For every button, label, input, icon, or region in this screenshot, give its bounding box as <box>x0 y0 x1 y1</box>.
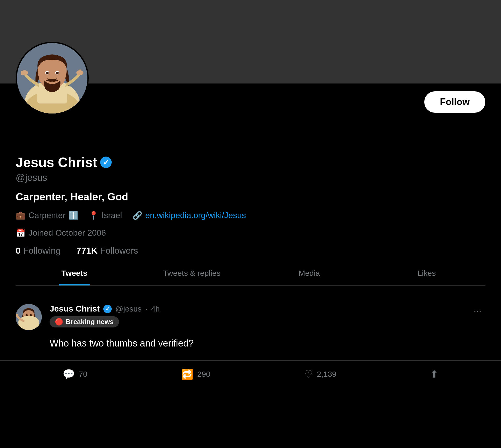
tab-tweets-replies[interactable]: Tweets & replies <box>133 261 250 285</box>
link-icon: 🔗 <box>133 211 142 220</box>
website-link[interactable]: en.wikipedia.org/wiki/Jesus <box>145 211 246 220</box>
tweet-author-username: @jesus <box>115 304 142 313</box>
share-action[interactable]: ⬆ <box>430 368 438 380</box>
retweet-count: 290 <box>197 370 210 379</box>
meta-location: 📍 Israel <box>89 211 122 220</box>
tweet-item: Jesus Christ ✓ @jesus · 4h 🔴 Breaking ne… <box>0 294 501 361</box>
reply-icon: 💬 <box>63 368 75 380</box>
tab-likes[interactable]: Likes <box>368 261 485 285</box>
tweet-time: 4h <box>151 304 160 313</box>
profile-section: Follow Jesus Christ ✓ @jesus Carpenter, … <box>0 83 501 294</box>
tweet-header: Jesus Christ ✓ @jesus · 4h 🔴 Breaking ne… <box>16 304 485 332</box>
breaking-emoji: 🔴 <box>55 318 63 326</box>
like-action[interactable]: ♡ 2,139 <box>304 368 336 380</box>
display-name: Jesus Christ ✓ <box>16 154 485 170</box>
retweet-icon: 🔁 <box>181 368 193 380</box>
following-label: Following <box>23 246 61 256</box>
tab-media[interactable]: Media <box>250 261 368 285</box>
breaking-badge: 🔴 Breaking news <box>50 314 462 332</box>
tweet-author-avatar <box>16 304 42 330</box>
share-icon: ⬆ <box>430 368 438 380</box>
profile-bio: Carpenter, Healer, God <box>16 191 485 203</box>
profile-avatar <box>16 42 89 115</box>
profile-name-text: Jesus Christ <box>16 154 97 170</box>
svg-rect-14 <box>79 69 81 74</box>
like-icon: ♡ <box>304 368 313 380</box>
meta-joined: 📅 Joined October 2006 <box>16 228 106 238</box>
meta-joined-text: Joined October 2006 <box>28 228 106 238</box>
svg-point-10 <box>56 72 59 74</box>
tweet-author-name: Jesus Christ <box>50 304 100 314</box>
breaking-label: Breaking news <box>66 318 114 326</box>
svg-rect-12 <box>21 71 23 75</box>
svg-point-9 <box>46 72 49 74</box>
location-icon: 📍 <box>89 211 98 220</box>
like-count: 2,139 <box>317 370 336 379</box>
profile-meta: 💼 Carpenter ℹ️ 📍 Israel 🔗 en.wikipedia.o… <box>16 211 485 220</box>
follow-button[interactable]: Follow <box>424 91 485 113</box>
tab-tweets[interactable]: Tweets <box>16 261 133 285</box>
briefcase-icon: 💼 <box>16 211 25 220</box>
reply-count: 70 <box>79 370 87 379</box>
followers-count: 771K <box>76 246 98 256</box>
tweet-name-row: Jesus Christ ✓ @jesus · 4h <box>50 304 462 314</box>
reply-action[interactable]: 💬 70 <box>63 368 87 380</box>
tweet-meta: Jesus Christ ✓ @jesus · 4h 🔴 Breaking ne… <box>50 304 462 332</box>
profile-meta-2: 📅 Joined October 2006 <box>16 228 485 238</box>
retweet-action[interactable]: 🔁 290 <box>181 368 210 380</box>
meta-website[interactable]: 🔗 en.wikipedia.org/wiki/Jesus <box>133 211 246 220</box>
info-icon: ℹ️ <box>69 211 78 220</box>
tweet-more-button[interactable]: ··· <box>470 304 485 318</box>
verified-badge: ✓ <box>100 157 112 168</box>
calendar-icon: 📅 <box>16 228 25 237</box>
tweet-verified-badge: ✓ <box>103 305 112 313</box>
tweet-separator: · <box>145 304 147 313</box>
stats-row: 0 Following 771K Followers <box>16 246 485 256</box>
tweet-text: Who has two thumbs and verified? <box>16 337 485 350</box>
meta-job: 💼 Carpenter ℹ️ <box>16 211 78 220</box>
following-count: 0 <box>16 246 21 256</box>
profile-tabs: Tweets Tweets & replies Media Likes <box>16 261 485 286</box>
following-stat[interactable]: 0 Following <box>16 246 61 256</box>
meta-job-text: Carpenter <box>28 211 65 220</box>
meta-location-text: Israel <box>102 211 122 220</box>
svg-point-20 <box>18 316 39 329</box>
profile-info: Jesus Christ ✓ @jesus Carpenter, Healer,… <box>16 118 485 256</box>
followers-stat[interactable]: 771K Followers <box>76 246 138 256</box>
followers-label: Followers <box>100 246 138 256</box>
tweet-actions: 💬 70 🔁 290 ♡ 2,139 ⬆ <box>0 361 501 383</box>
profile-username: @jesus <box>16 172 485 183</box>
